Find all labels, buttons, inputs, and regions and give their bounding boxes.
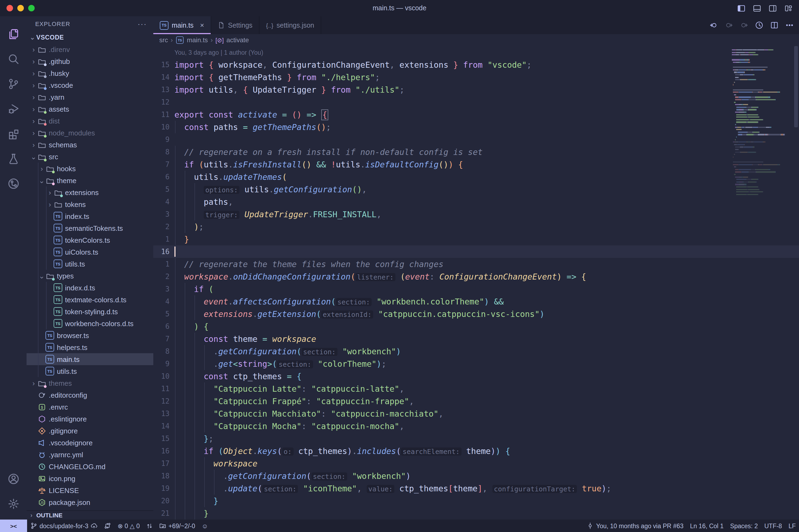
status-indentation[interactable]: Spaces: 2: [727, 519, 761, 532]
code-line[interactable]: 4event.affectsConfiguration(section: "wo…: [153, 295, 799, 308]
code-line[interactable]: 19.update(section: "iconTheme", value: c…: [153, 482, 799, 495]
tree-item-icon-png[interactable]: icon.png: [26, 472, 153, 484]
tree-item-index-d-ts[interactable]: TSindex.d.ts: [26, 282, 153, 293]
status-problems[interactable]: ⊗ 0 △ 0: [114, 519, 143, 532]
breadcrumb-symbol[interactable]: activate: [226, 36, 249, 44]
tree-item-utils-ts[interactable]: TSutils.ts: [26, 365, 153, 377]
toggle-sidebar-icon[interactable]: [737, 4, 745, 12]
customize-layout-icon[interactable]: [784, 4, 793, 12]
tree-item-index-ts[interactable]: TSindex.ts: [26, 210, 153, 222]
tree-item--eslintignore[interactable]: .eslintignore: [26, 413, 153, 425]
code-line[interactable]: 5extensions.getExtension(extensionId: "c…: [153, 308, 799, 320]
split-editor-icon[interactable]: [770, 21, 778, 29]
status-working-changes[interactable]: +69/~2/-0: [156, 519, 198, 532]
code-line[interactable]: 10const ctp_themes = {: [153, 370, 799, 382]
code-line[interactable]: 5options: utils.getConfiguration(),: [153, 183, 799, 195]
code-line[interactable]: 2workspace.onDidChangeConfiguration(list…: [153, 270, 799, 283]
code-line[interactable]: 1// regenerate the theme files when the …: [153, 258, 799, 270]
back-icon[interactable]: [710, 21, 718, 29]
tree-item-changelog-md[interactable]: CHANGELOG.md: [26, 460, 153, 472]
tree-item-themes[interactable]: ›themes: [26, 377, 153, 389]
code-line[interactable]: 17workspace: [153, 457, 799, 470]
tree-item--yarn[interactable]: ›.yarn: [26, 91, 153, 103]
tree-item-types[interactable]: ⌄types: [26, 270, 153, 282]
code-line[interactable]: 15import { workspace, ConfigurationChang…: [153, 58, 799, 71]
tree-item-hooks[interactable]: ›hooks: [26, 163, 153, 174]
extensions-icon[interactable]: [1, 121, 26, 146]
status-encoding[interactable]: UTF-8: [761, 519, 785, 532]
code-line[interactable]: 18.getConfiguration(section: "workbench"…: [153, 470, 799, 482]
tree-item-package-json[interactable]: JSpackage.json: [26, 496, 153, 508]
code-line[interactable]: 7const theme = workspace: [153, 332, 799, 345]
tree-item-tokencolors-ts[interactable]: TStokenColors.ts: [26, 234, 153, 246]
code-line[interactable]: 20}: [153, 495, 799, 507]
outline-section[interactable]: › OUTLINE: [26, 510, 153, 519]
minimap[interactable]: [730, 46, 792, 519]
status-eol[interactable]: LF: [785, 519, 799, 532]
status-sync[interactable]: [143, 519, 156, 532]
status-compare-changes[interactable]: [101, 519, 114, 532]
tab-settings[interactable]: Settings: [211, 16, 260, 34]
tree-item--editorconfig[interactable]: .editorconfig: [26, 389, 153, 401]
code-editor[interactable]: You, 3 days ago | 1 author (You)15import…: [153, 46, 799, 519]
more-actions-icon[interactable]: [785, 21, 794, 29]
code-line[interactable]: 8.getConfiguration(section: "workbench"): [153, 345, 799, 358]
workspace-root[interactable]: ⌄VSCODE: [26, 32, 153, 43]
status-feedback-smiley[interactable]: ☺: [198, 519, 211, 532]
code-line[interactable]: 12"Catppuccin Frappé": "catppuccin-frapp…: [153, 395, 799, 407]
tree-item-helpers-ts[interactable]: TShelpers.ts: [26, 341, 153, 353]
code-line[interactable]: 21}: [153, 507, 799, 519]
tree-item--github[interactable]: ›.github: [26, 55, 153, 67]
testing-icon[interactable]: [1, 146, 26, 171]
tree-item-workbench-colors-d-ts[interactable]: TSworkbench-colors.d.ts: [26, 318, 153, 329]
tab-main-ts[interactable]: TSmain.ts×: [153, 16, 211, 34]
code-line[interactable]: 11"Catppuccin Latte": "catppuccin-latte"…: [153, 382, 799, 395]
timeline-icon[interactable]: [755, 21, 763, 29]
toggle-secondary-sidebar-icon[interactable]: [769, 4, 777, 12]
code-line[interactable]: 13"Catppuccin Macchiato": "catppuccin-ma…: [153, 407, 799, 420]
tree-item--gitignore[interactable]: .gitignore: [26, 425, 153, 437]
tree-item-semantictokens-ts[interactable]: TSsemanticTokens.ts: [26, 222, 153, 234]
status-git-blame[interactable]: You, 10 months ago via PR #63: [584, 519, 687, 532]
explorer-icon[interactable]: [1, 22, 26, 46]
breadcrumb[interactable]: src›TSmain.ts›[⊘]activate: [153, 34, 799, 46]
status-branch[interactable]: docs/update-for-3: [27, 519, 101, 532]
tree-item--yarnrc-yml[interactable]: .yarnrc.yml: [26, 449, 153, 460]
tree-item-extensions[interactable]: ›extensions: [26, 186, 153, 198]
code-line[interactable]: 4paths,: [153, 195, 799, 208]
settings-icon[interactable]: [1, 491, 26, 516]
code-line-current[interactable]: 16: [153, 245, 799, 258]
tree-item-token-styling-d-ts[interactable]: TStoken-styling.d.ts: [26, 306, 153, 318]
tree-item-license[interactable]: LICENSE: [26, 484, 153, 496]
code-line[interactable]: 10const paths = getThemePaths();: [153, 121, 799, 133]
tree-item-assets[interactable]: ›assets: [26, 103, 153, 115]
breadcrumb-src[interactable]: src: [159, 36, 168, 44]
code-line[interactable]: 2);: [153, 221, 799, 233]
explorer-more-icon[interactable]: ···: [138, 19, 147, 28]
tree-item-main-ts[interactable]: TSmain.ts: [26, 353, 153, 365]
tree-item--vscode[interactable]: ›.vscode: [26, 79, 153, 91]
code-line[interactable]: 8// regenerate on a fresh install if non…: [153, 146, 799, 158]
tree-item--direnv[interactable]: ›.direnv: [26, 43, 153, 55]
code-line[interactable]: 6utils.updateThemes(: [153, 171, 799, 183]
code-line[interactable]: 12: [153, 96, 799, 108]
code-line[interactable]: 7if (utils.isFreshInstall() && !utils.is…: [153, 158, 799, 171]
tree-item-browser-ts[interactable]: TSbrowser.ts: [26, 329, 153, 341]
code-line[interactable]: 16if (Object.keys(o: ctp_themes).include…: [153, 445, 799, 457]
code-line[interactable]: 14import { getThemePaths } from "./helpe…: [153, 71, 799, 83]
tree-item-textmate-colors-d-ts[interactable]: TStextmate-colors.d.ts: [26, 293, 153, 306]
tab-settings-json[interactable]: {..}settings.json: [260, 16, 321, 34]
code-line[interactable]: 6) {: [153, 320, 799, 332]
code-line[interactable]: 1}: [153, 233, 799, 245]
tree-item-dist[interactable]: ›dist: [26, 115, 153, 127]
account-icon[interactable]: [1, 467, 26, 491]
tree-item--vscodeignore[interactable]: .vscodeignore: [26, 437, 153, 449]
code-line[interactable]: 13import utils, { UpdateTrigger } from "…: [153, 83, 799, 96]
close-icon[interactable]: ×: [200, 21, 204, 29]
code-line[interactable]: 3if (: [153, 283, 799, 295]
source-control-icon[interactable]: [1, 72, 26, 96]
search-icon[interactable]: [1, 46, 26, 72]
forward-icon[interactable]: [725, 21, 733, 29]
tree-item-src[interactable]: ⌄src: [26, 151, 153, 163]
status-cursor-position[interactable]: Ln 16, Col 1: [687, 519, 727, 532]
